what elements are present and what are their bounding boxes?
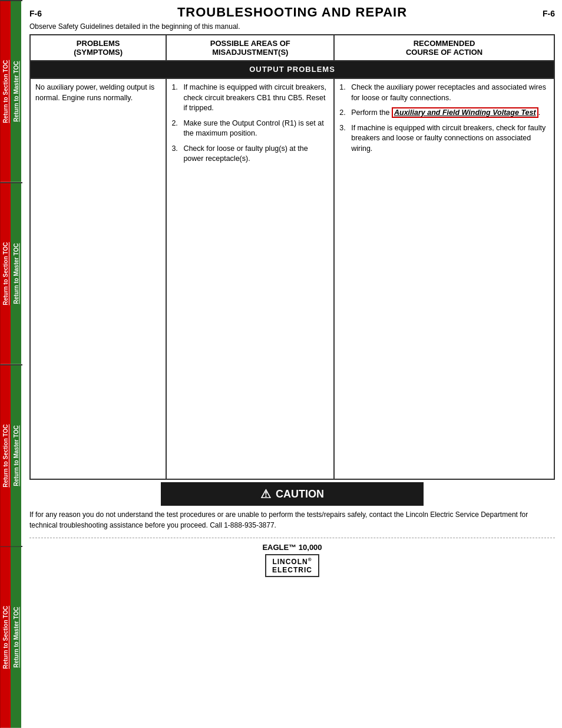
possible-item-2: 2. Make sure the Output Control (R1) is … <box>171 118 329 139</box>
possible-item-1: 1. If machine is equipped with circuit b… <box>171 83 329 114</box>
sidebar-section-4: Return to Section TOC Return to Master T… <box>0 546 22 728</box>
sidebar-section-3: Return to Section TOC Return to Master T… <box>0 364 22 546</box>
logo-line2: ELECTRIC <box>272 566 312 574</box>
sidebar-tab-master-toc-4[interactable]: Return to Master TOC <box>11 547 21 728</box>
caution-label: CAUTION <box>276 488 324 500</box>
recommended-item-3: 3. If machine is equipped with circuit b… <box>339 123 549 154</box>
recommended-list: 1. Check the auxiliary power receptacles… <box>339 83 549 154</box>
trouble-table: PROBLEMS(SYMPTOMS) POSSIBLE AREAS OFMISA… <box>29 34 555 480</box>
page-number-left: F-6 <box>29 9 42 18</box>
logo-line1: LINCOLN <box>272 558 308 566</box>
section-header-cell: OUTPUT PROBLEMS <box>30 61 554 78</box>
sidebar-tab-section-toc-4[interactable]: Return to Section TOC <box>0 547 11 728</box>
recommended-item-2: 2. Perform the Auxiliary and Field Windi… <box>339 108 549 118</box>
main-content: F-6 TROUBLESHOOTING AND REPAIR F-6 Obser… <box>22 0 562 577</box>
sidebar-tab-master-toc-1[interactable]: Return to Master TOC <box>11 1 21 182</box>
problem-text: No auxiliary power, welding output is no… <box>35 83 154 102</box>
possible-item-3: 3. Check for loose or faulty plug(s) at … <box>171 144 329 164</box>
section-header-row: OUTPUT PROBLEMS <box>30 61 554 78</box>
sidebar-section-1: Return to Section TOC Return to Master T… <box>0 0 22 182</box>
possible-cell: 1. If machine is equipped with circuit b… <box>166 78 334 479</box>
sidebar-tab-section-toc-3[interactable]: Return to Section TOC <box>0 365 11 546</box>
header-recommended: RECOMMENDEDCOURSE OF ACTION <box>334 35 554 61</box>
possible-list: 1. If machine is equipped with circuit b… <box>171 83 329 164</box>
footer-product: EAGLE™ 10,000 <box>29 543 555 552</box>
sidebar-tab-master-toc-3[interactable]: Return to Master TOC <box>11 365 21 546</box>
recommended-cell: 1. Check the auxiliary power receptacles… <box>334 78 554 479</box>
recommended-item-1: 1. Check the auxiliary power receptacles… <box>339 83 549 103</box>
problems-cell: No auxiliary power, welding output is no… <box>30 78 166 479</box>
sidebar: Return to Section TOC Return to Master T… <box>0 0 22 728</box>
footer-section: EAGLE™ 10,000 LINCOLN® ELECTRIC <box>29 538 555 577</box>
caution-triangle-icon: ⚠ <box>260 487 271 501</box>
page-header: F-6 TROUBLESHOOTING AND REPAIR F-6 <box>29 5 555 20</box>
sidebar-section-2: Return to Section TOC Return to Master T… <box>0 182 22 364</box>
sidebar-tab-master-toc-2[interactable]: Return to Master TOC <box>11 183 21 364</box>
auxiliary-test-link[interactable]: Auxiliary and Field Winding Voltage Test <box>392 107 538 118</box>
caution-bar: ⚠ CAUTION <box>161 482 424 506</box>
caution-text: If for any reason you do not understand … <box>29 509 555 531</box>
page-number-right: F-6 <box>543 9 555 18</box>
sidebar-tab-section-toc-1[interactable]: Return to Section TOC <box>0 1 11 182</box>
header-possible: POSSIBLE AREAS OFMISADJUSTMENT(S) <box>166 35 334 61</box>
header-problems: PROBLEMS(SYMPTOMS) <box>30 35 166 61</box>
lincoln-logo: LINCOLN® ELECTRIC <box>265 554 319 577</box>
safety-note: Observe Safety Guidelines detailed in th… <box>29 22 555 31</box>
table-row: No auxiliary power, welding output is no… <box>30 78 554 479</box>
sidebar-tab-section-toc-2[interactable]: Return to Section TOC <box>0 183 11 364</box>
caution-section: ⚠ CAUTION If for any reason you do not u… <box>29 482 555 531</box>
logo-dot: ® <box>308 557 312 562</box>
page-title: TROUBLESHOOTING AND REPAIR <box>42 5 543 20</box>
